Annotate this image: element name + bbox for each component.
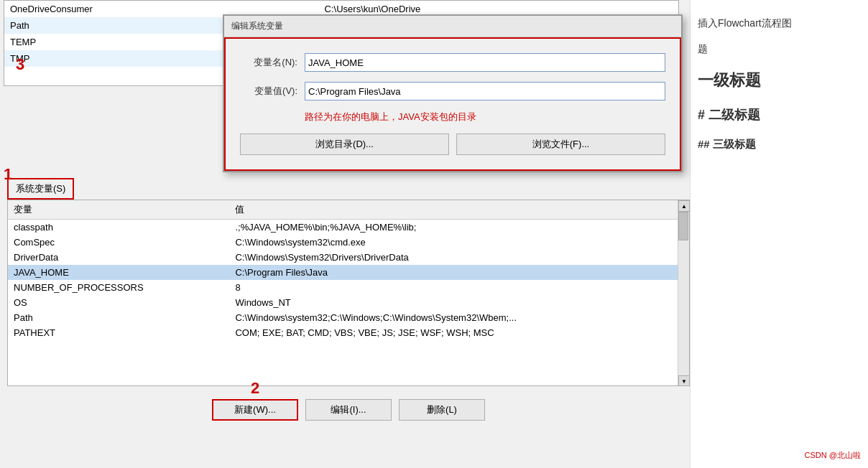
scroll-up-arrow[interactable]: ▲ <box>678 200 690 212</box>
scrollbar[interactable]: ▲ ▼ <box>678 200 689 386</box>
var-name-cell: JAVA_HOME <box>8 265 229 280</box>
dialog-hint: 路径为在你的电脑上，JAVA安装包的目录 <box>305 111 665 123</box>
edit-dialog: 编辑系统变量 3 变量名(N): 变量值(V): 路径为在你的电脑上，JAVA安… <box>223 14 683 172</box>
sidebar-heading2: # 二级标题 <box>698 102 861 128</box>
scroll-track[interactable] <box>678 212 689 375</box>
var-value-row: 变量值(V): <box>240 82 665 100</box>
var-value-input[interactable] <box>305 82 665 100</box>
var-name-cell: Path <box>8 310 229 325</box>
dialog-title: 编辑系统变量 <box>224 16 681 37</box>
var-value-cell: Windows_NT <box>229 295 689 310</box>
var-name-cell: ComSpec <box>8 235 229 250</box>
var-name-cell: OS <box>8 295 229 310</box>
step2-badge: 2 <box>251 379 259 398</box>
var-value-label: 变量值(V): <box>240 85 297 98</box>
sidebar-blank1: 题 <box>698 39 861 59</box>
var-value-cell: 8 <box>229 280 689 295</box>
table-row[interactable]: NUMBER_OF_PROCESSORS8 <box>8 280 689 295</box>
dialog-buttons: 浏览目录(D)... 浏览文件(F)... <box>240 134 665 155</box>
vars-table-container: 变量 值 classpath.;%JAVA_HOME%\bin;%JAVA_HO… <box>7 200 690 386</box>
var-name-label: 变量名(N): <box>240 56 297 69</box>
var-name-cell: DriverData <box>8 250 229 265</box>
var-name-input[interactable] <box>305 53 665 72</box>
browse-file-button[interactable]: 浏览文件(F)... <box>456 134 665 155</box>
new-button[interactable]: 新建(W)... <box>212 399 298 421</box>
var-value-cell: C:\Windows\system32;C:\Windows;C:\Window… <box>229 310 689 325</box>
table-row[interactable]: OSWindows_NT <box>8 295 689 310</box>
sidebar-heading3: ## 三级标题 <box>698 134 861 155</box>
system-vars-table: 变量 值 classpath.;%JAVA_HOME%\bin;%JAVA_HO… <box>8 200 689 340</box>
table-row[interactable]: ComSpecC:\Windows\system32\cmd.exe <box>8 235 689 250</box>
var-value-cell: C:\Program Files\Java <box>229 265 689 280</box>
scroll-down-arrow[interactable]: ▼ <box>678 375 690 386</box>
browse-dir-button[interactable]: 浏览目录(D)... <box>240 134 449 155</box>
sidebar-heading1: 一级标题 <box>698 65 861 96</box>
col-val-header: 值 <box>229 200 689 220</box>
scroll-thumb[interactable] <box>678 212 688 240</box>
dialog-body: 3 变量名(N): 变量值(V): 路径为在你的电脑上，JAVA安装包的目录 浏… <box>224 37 681 171</box>
var-value-cell: .;%JAVA_HOME%\bin;%JAVA_HOME%\lib; <box>229 220 689 235</box>
table-header-row: 变量 值 <box>8 200 689 220</box>
table-row[interactable]: DriverDataC:\Windows\System32\Drivers\Dr… <box>8 250 689 265</box>
right-sidebar: 插入Flowchart流程图 题 一级标题 # 二级标题 ## 三级标题 CSD… <box>690 0 868 468</box>
delete-button[interactable]: 删除(L) <box>399 399 485 421</box>
var-name-cell: classpath <box>8 220 229 235</box>
bottom-buttons: 2 新建(W)... 编辑(I)... 删除(L) <box>7 393 690 426</box>
var-value-cell: COM; EXE; BAT; CMD; VBS; VBE; JS; JSE; W… <box>229 325 689 340</box>
system-vars-header: 系统变量(S) <box>7 178 74 200</box>
table-row[interactable]: PathC:\Windows\system32;C:\Windows;C:\Wi… <box>8 310 689 325</box>
main-window: OneDriveConsumer C:\Users\kun\OneDrive P… <box>0 0 690 468</box>
var-value-cell: C:\Windows\system32\cmd.exe <box>229 235 689 250</box>
sidebar-text: 插入Flowchart流程图 题 一级标题 # 二级标题 ## 三级标题 <box>698 13 861 155</box>
var-name-cell: NUMBER_OF_PROCESSORS <box>8 280 229 295</box>
table-row[interactable]: JAVA_HOMEC:\Program Files\Java <box>8 265 689 280</box>
sidebar-flowchart: 插入Flowchart流程图 <box>698 13 861 33</box>
new-btn-wrapper: 2 新建(W)... <box>212 399 298 421</box>
step3-badge: 3 <box>16 55 24 74</box>
table-row[interactable]: classpath.;%JAVA_HOME%\bin;%JAVA_HOME%\l… <box>8 220 689 235</box>
table-row[interactable]: PATHEXTCOM; EXE; BAT; CMD; VBS; VBE; JS;… <box>8 325 689 340</box>
sys-vars-section: 系统变量(S) 变量 值 classpath.;%JAVA_HOME%\bin;… <box>7 178 690 426</box>
var-value-cell: C:\Windows\System32\Drivers\DriverData <box>229 250 689 265</box>
col-var-header: 变量 <box>8 200 229 220</box>
csdn-brand: CSDN @北山啦 <box>805 450 861 461</box>
var-name-cell: PATHEXT <box>8 325 229 340</box>
edit-button[interactable]: 编辑(I)... <box>305 399 392 421</box>
var-name-row: 变量名(N): <box>240 53 665 72</box>
